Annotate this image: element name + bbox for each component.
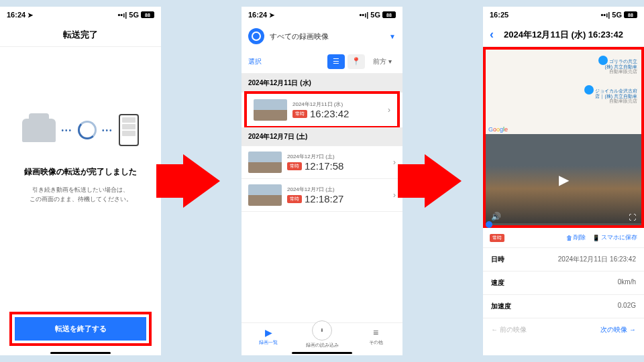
next-video-button[interactable]: 次の映像 →	[600, 325, 636, 335]
tab-bar: ▶録画一覧 ⬇録画の読み込み ≡その他	[241, 322, 402, 349]
map-view[interactable]: ゴリラの共立(株) 共立自動車自動車販売店 ジョイカル金沢古府店｜(株) 共立自…	[483, 47, 644, 134]
location-icon: ➤	[269, 11, 274, 19]
chevron-right-icon: ›	[388, 105, 390, 115]
detail-header: ‹ 2024年12月11日 (水) 16:23:42	[483, 23, 644, 47]
row-key: 速度	[491, 278, 504, 288]
status-bar: 16:24➤ ••ı|5G88	[0, 7, 161, 23]
save-button[interactable]: 📱スマホに保存	[592, 233, 637, 242]
chevron-down-icon: ▼	[389, 33, 396, 40]
map-view-button[interactable]: 📍	[347, 54, 365, 69]
signal-icon: ••ı|	[117, 11, 127, 19]
clock: 16:24	[248, 11, 267, 19]
volume-button[interactable]: 🔊	[491, 212, 501, 221]
recording-item[interactable]: 2024年12月7日 (土)常時12:17:58›	[241, 146, 402, 179]
network: 5G	[612, 11, 622, 19]
play-button[interactable]: ▶	[559, 172, 569, 188]
screen-transfer-complete: 16:24➤ ••ı|5G88 転送完了 ••• ••• 録画映像の転送が完了し…	[0, 7, 161, 355]
network: 5G	[129, 11, 139, 19]
menu-icon: ≡	[373, 327, 378, 338]
battery-icon: 88	[382, 11, 396, 18]
dots-icon: •••	[61, 127, 72, 134]
tab-other[interactable]: ≡その他	[349, 327, 402, 349]
chevron-right-icon: ›	[393, 158, 396, 167]
thumbnail	[248, 184, 282, 206]
home-indicator[interactable]	[50, 352, 111, 354]
select-button[interactable]: 選択	[248, 57, 262, 66]
video-player[interactable]: ▶ 🔊 ⛶	[483, 134, 644, 228]
network: 5G	[370, 11, 380, 19]
signal-icon: ••ı|	[359, 11, 368, 19]
arrow-icon	[183, 154, 220, 208]
prev-video-button[interactable]: ← 前の映像	[491, 325, 527, 335]
list-view-button[interactable]: ☰	[327, 54, 345, 69]
camera-icon	[248, 28, 264, 44]
map-poi[interactable]: ゴリラの共立(株) 共立自動車自動車販売店	[598, 54, 637, 74]
recording-item[interactable]: 2024年12月11日 (水)常時16:23:42›	[244, 91, 400, 129]
back-button[interactable]: ‹	[490, 27, 494, 42]
battery-icon: 88	[141, 11, 154, 18]
play-icon: ▶	[265, 327, 272, 338]
pin-icon	[598, 56, 608, 65]
detail-row: 加速度0.02G	[483, 295, 644, 318]
item-time: 常時16:23:42	[292, 108, 382, 119]
dots-icon: •••	[102, 127, 113, 134]
screen-recording-list: 16:24➤ ••ı|5G88 すべての録画映像 ▼ 選択 ☰ 📍 前方 ▾ 2…	[241, 7, 402, 355]
item-date: 2024年12月7日 (土)	[287, 153, 388, 160]
row-value: 0km/h	[618, 278, 636, 288]
pin-icon	[584, 85, 594, 95]
complete-message: 録画映像の転送が完了しました	[24, 166, 137, 178]
row-key: 日時	[491, 255, 504, 264]
sync-icon	[78, 121, 97, 139]
battery-icon: 88	[624, 11, 637, 18]
detail-table: 日時2024年12月11日 16:23:42速度0km/h加速度0.02G	[483, 248, 644, 318]
car-icon	[22, 119, 56, 142]
fullscreen-button[interactable]: ⛶	[629, 213, 636, 221]
detail-row: 日時2024年12月11日 16:23:42	[483, 248, 644, 272]
detail-title: 2024年12月11日 (水) 16:23:42	[504, 29, 623, 41]
badge: 常時	[287, 162, 302, 170]
page-title: 転送完了	[0, 23, 161, 47]
badge: 常時	[287, 195, 302, 203]
home-indicator[interactable]	[292, 352, 352, 354]
delete-button[interactable]: 🗑削除	[566, 233, 586, 242]
instruction-text: 引き続き動画を転送したい場合は、この画面のまま、待機してください。	[30, 186, 132, 204]
recording-list: 2024年12月11日 (水)2024年12月11日 (水)常時16:23:42…	[241, 74, 402, 212]
direction-dropdown[interactable]: 前方 ▾	[369, 56, 396, 68]
filter-dropdown[interactable]: すべての録画映像 ▼	[241, 23, 402, 50]
date-header: 2024年12月11日 (水)	[241, 74, 402, 93]
tab-import[interactable]: ⬇録画の読み込み	[295, 327, 349, 349]
clock: 16:25	[490, 11, 508, 19]
row-value: 2024年12月11日 16:23:42	[558, 255, 636, 264]
map-poi[interactable]: ジョイカル金沢古府店｜(株) 共立自動車自動車販売店	[584, 83, 637, 104]
badge: 常時	[292, 110, 307, 118]
item-date: 2024年12月11日 (水)	[292, 101, 382, 108]
google-logo: Google	[488, 126, 508, 133]
end-transfer-button[interactable]: 転送を終了する	[15, 317, 146, 341]
date-header: 2024年12月7日 (土)	[241, 127, 402, 146]
view-segment: ☰ 📍	[327, 54, 365, 69]
row-key: 加速度	[491, 302, 511, 311]
screen-recording-detail: 16:25 ••ı|5G88 ‹ 2024年12月11日 (水) 16:23:4…	[483, 7, 644, 355]
status-bar: 16:24➤ ••ı|5G88	[241, 7, 402, 23]
item-time: 常時12:18:27	[287, 193, 388, 204]
download-icon: ⬇	[312, 320, 332, 341]
thumbnail	[248, 152, 282, 173]
recording-item[interactable]: 2024年12月7日 (土)常時12:18:27›	[241, 179, 402, 212]
transfer-graphic: ••• •••	[22, 114, 138, 146]
thumbnail	[254, 99, 287, 121]
row-value: 0.02G	[618, 302, 636, 311]
chevron-right-icon: ›	[393, 190, 396, 200]
tab-list[interactable]: ▶録画一覧	[241, 327, 295, 349]
phone-save-icon: 📱	[592, 235, 600, 241]
signal-icon: ••ı|	[600, 11, 610, 19]
filter-label: すべての録画映像	[270, 32, 384, 42]
arrow-icon	[425, 154, 462, 208]
trash-icon: 🗑	[566, 235, 572, 241]
phone-icon	[119, 114, 139, 146]
clock: 16:24	[7, 11, 25, 19]
progress-handle[interactable]	[486, 221, 492, 228]
progress-bar[interactable]	[486, 223, 641, 225]
item-date: 2024年12月7日 (土)	[287, 186, 388, 193]
status-bar: 16:25 ••ı|5G88	[483, 7, 644, 23]
recording-badge: 常時	[490, 234, 504, 242]
